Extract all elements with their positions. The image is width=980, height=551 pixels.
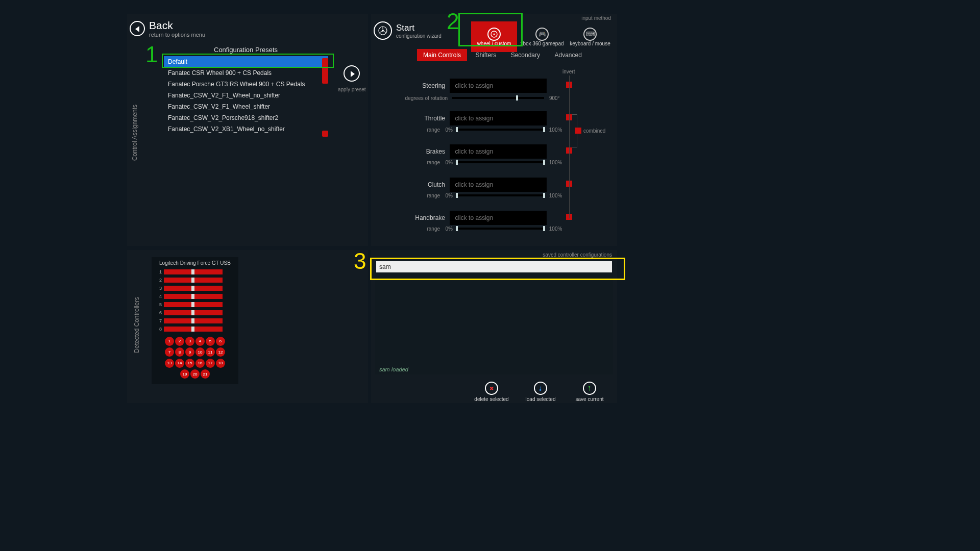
save-icon: ⭱ [583, 382, 596, 395]
controller-button-indicator: 16 [195, 359, 205, 368]
tab-advanced[interactable]: Advanced [548, 49, 587, 61]
axis-indicator [164, 286, 223, 291]
back-arrow-icon [130, 21, 145, 36]
axis-indicator [164, 327, 223, 332]
controller-button-indicator: 14 [175, 359, 184, 368]
apply-icon [344, 65, 360, 82]
start-wizard-button[interactable]: Start configuration wizard [374, 21, 442, 40]
apply-preset-button[interactable]: apply preset [338, 65, 365, 92]
controller-button-indicator: 13 [165, 359, 174, 368]
preset-item[interactable]: Fanatec_CSW_V2_XB1_Wheel_shifter2 [164, 135, 328, 135]
annotation-3: 3 [354, 250, 366, 272]
preset-item[interactable]: Fanatec_CSW_V2_XB1_Wheel_no_shifter [164, 123, 328, 135]
save-current-button[interactable]: ⭱save current [565, 382, 614, 402]
handbrake-assign[interactable]: click to assign [450, 211, 547, 225]
brakes-range-slider[interactable] [456, 161, 545, 163]
controller-button-indicator: 11 [206, 347, 215, 357]
preset-scroll-down[interactable] [322, 131, 328, 137]
axis-indicator [164, 294, 223, 299]
tab-main-controls[interactable]: Main Controls [417, 49, 467, 61]
preset-item[interactable]: Fanatec_CSW_V2_Porsche918_shifter2 [164, 112, 328, 123]
start-title: Start [396, 23, 442, 33]
device-title: Logitech Driving Force GT USB [156, 260, 234, 266]
annotation-1-box [162, 54, 334, 68]
saved-heading: saved controller configurations [543, 252, 612, 258]
svg-point-1 [382, 30, 384, 32]
steering-assign[interactable]: click to assign [450, 79, 547, 93]
axis-indicator [164, 278, 223, 283]
delete-icon: ✖ [485, 382, 498, 395]
tab-shifters[interactable]: Shifters [469, 49, 502, 61]
steering-label: Steering [407, 82, 445, 89]
invert-label: invert [562, 69, 575, 74]
axis-indicator [164, 310, 223, 315]
saved-config-list[interactable]: sam loaded [375, 272, 613, 374]
controller-button-indicator: 6 [216, 337, 225, 346]
combined-toggle[interactable] [575, 128, 581, 134]
brakes-assign[interactable]: click to assign [450, 144, 547, 159]
axis-indicator [164, 302, 223, 307]
input-method-heading: input method [581, 15, 611, 21]
controller-button-indicator: 2 [175, 337, 184, 346]
clutch-range-slider[interactable] [456, 194, 545, 196]
throttle-assign[interactable]: click to assign [450, 111, 547, 126]
preset-item[interactable]: Fanatec Porsche GT3 RS Wheel 900 + CS Pe… [164, 79, 328, 90]
clutch-assign[interactable]: click to assign [450, 178, 547, 192]
controller-button-indicator: 9 [185, 347, 194, 357]
handbrake-label: Handbrake [407, 214, 445, 221]
back-button[interactable]: Back return to options menu [130, 19, 205, 38]
keyboard-icon: ⌨ [583, 28, 597, 41]
detected-device: Logitech Driving Force GT USB 12345678 1… [152, 257, 238, 384]
controller-button-indicator: 10 [195, 347, 205, 357]
controller-button-indicator: 4 [195, 337, 205, 346]
status-text: sam loaded [379, 366, 408, 372]
controller-button-indicator: 21 [201, 369, 210, 379]
preset-list[interactable]: Default Fanatec CSR Wheel 900 + CS Pedal… [164, 56, 328, 135]
controller-button-indicator: 18 [216, 359, 225, 368]
svg-line-3 [380, 31, 382, 33]
preset-item[interactable]: Fanatec CSR Wheel 900 + CS Pedals [164, 67, 328, 79]
controller-button-indicator: 19 [180, 369, 189, 379]
preset-item[interactable]: Fanatec_CSW_V2_F1_Wheel_no_shifter [164, 90, 328, 101]
annotation-3-box [370, 258, 625, 280]
load-icon: ⭳ [534, 382, 547, 395]
throttle-range-slider[interactable] [456, 129, 545, 131]
axis-indicator [164, 318, 223, 323]
side-label-detected: Detected Controllers [133, 297, 140, 353]
start-subtitle: configuration wizard [396, 33, 442, 39]
side-label-assignments: Control Assignments [131, 105, 138, 161]
annotation-2: 2 [447, 10, 459, 33]
presets-heading: Configuration Presets [214, 46, 278, 54]
clutch-label: Clutch [407, 181, 445, 188]
delete-selected-button[interactable]: ✖delete selected [467, 382, 516, 402]
controller-button-indicator: 20 [190, 369, 200, 379]
annotation-1: 1 [145, 43, 158, 66]
steering-rotation-slider[interactable] [452, 97, 544, 99]
apply-label: apply preset [338, 87, 365, 92]
axis-indicator [164, 269, 223, 274]
controller-button-indicator: 3 [185, 337, 194, 346]
controller-button-indicator: 12 [216, 347, 225, 357]
tab-secondary[interactable]: Secondary [505, 49, 546, 61]
method-gamepad[interactable]: 🎮 xbox 360 gamepad [519, 21, 565, 52]
handbrake-range-slider[interactable] [456, 228, 545, 230]
svg-line-4 [384, 31, 386, 33]
preset-item[interactable]: Fanatec_CSW_V2_F1_Wheel_shifter [164, 101, 328, 112]
throttle-label: Throttle [407, 115, 445, 122]
controller-button-indicator: 15 [185, 359, 194, 368]
load-selected-button[interactable]: ⭳load selected [516, 382, 565, 402]
brakes-label: Brakes [407, 148, 445, 155]
controller-button-indicator: 8 [175, 347, 184, 357]
controller-button-indicator: 7 [165, 347, 174, 357]
method-keyboard[interactable]: ⌨ keyboard / mouse [567, 21, 613, 52]
controller-button-indicator: 5 [206, 337, 215, 346]
annotation-2-box [458, 13, 523, 46]
back-title: Back [149, 19, 205, 32]
gamepad-icon: 🎮 [535, 28, 549, 41]
controller-button-indicator: 17 [206, 359, 215, 368]
wizard-icon [374, 21, 392, 40]
controller-button-indicator: 1 [165, 337, 174, 346]
back-subtitle: return to options menu [149, 32, 205, 38]
